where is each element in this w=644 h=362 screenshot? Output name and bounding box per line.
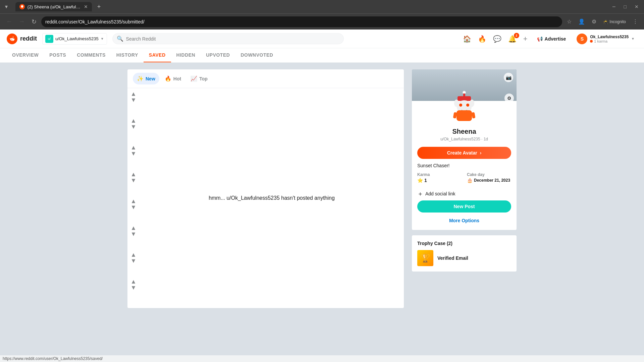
incognito-icon: 🥷 <box>603 19 608 24</box>
chat-btn[interactable]: 💬 <box>492 34 503 44</box>
tab-overview[interactable]: OVERVIEW <box>7 48 44 62</box>
reddit-logo[interactable]: reddit <box>7 34 37 44</box>
tab-comments[interactable]: COMMENTS <box>71 48 111 62</box>
bookmark-btn[interactable]: ☆ <box>565 17 574 26</box>
trophy-icon: 🏆 <box>417 250 433 266</box>
upvote-8[interactable]: ▲ <box>130 279 137 285</box>
more-options-label: More Options <box>449 218 479 223</box>
home-btn[interactable]: 🏠 <box>462 34 473 44</box>
account-switcher[interactable]: u/ u/Ok_Lawfulness5235 ▼ <box>42 33 107 45</box>
back-btn[interactable]: ← <box>4 17 14 26</box>
reddit-header: reddit u/ u/Ok_Lawfulness5235 ▼ 🔍 🏠 🔥 💬 … <box>0 29 644 48</box>
profile-display-name: Sheena <box>417 128 511 135</box>
tab-title: (2) Sheena (u/Ok_Lawfulness52... <box>28 4 81 9</box>
main-container: ✨ New 🔥 Hot 📈 Top ▲ <box>121 63 523 308</box>
maximize-btn[interactable]: □ <box>621 3 629 11</box>
incognito-btn[interactable]: 🥷 Incognito <box>601 18 628 25</box>
edit-banner-btn[interactable]: 📷 <box>504 73 513 82</box>
refresh-btn[interactable]: ↻ <box>30 17 39 27</box>
upvote-6[interactable]: ▲ <box>130 225 137 231</box>
vote-pair-8: ▲ ▼ <box>129 279 138 291</box>
create-avatar-label: Create Avatar <box>447 150 477 156</box>
minimize-btn[interactable]: − <box>609 2 619 12</box>
megaphone-icon: 📢 <box>537 36 543 42</box>
forward-btn[interactable]: → <box>17 17 27 26</box>
upvote-1[interactable]: ▲ <box>130 91 137 97</box>
cake-icon: 🎂 <box>467 178 473 183</box>
search-bar[interactable]: 🔍 <box>112 33 344 44</box>
username-label: Ok_Lawfulness5235 <box>590 35 629 39</box>
trophy-case-title: Trophy Case (2) <box>417 241 511 246</box>
menu-btn[interactable]: ⋮ <box>631 17 640 26</box>
page-content: reddit u/ u/Ok_Lawfulness5235 ▼ 🔍 🏠 🔥 💬 … <box>0 29 644 362</box>
downvote-4[interactable]: ▼ <box>130 177 137 183</box>
close-btn[interactable]: ✕ <box>632 3 641 11</box>
tab-saved[interactable]: SAVED <box>144 48 171 62</box>
profile-card: 📷 <box>412 69 517 230</box>
top-icon: 📈 <box>191 75 197 82</box>
upvote-4[interactable]: ▲ <box>130 171 137 177</box>
filter-hot-btn[interactable]: 🔥 Hot <box>161 73 185 84</box>
add-social-btn[interactable]: ＋ Add social link <box>417 187 511 200</box>
user-dropdown-icon: ▼ <box>631 37 635 41</box>
tab-hidden[interactable]: HIDDEN <box>171 48 201 62</box>
downvote-8[interactable]: ▼ <box>130 285 137 291</box>
filter-top-btn[interactable]: 📈 Top <box>186 73 212 84</box>
advertise-label: Advertise <box>545 36 566 42</box>
downvote-5[interactable]: ▼ <box>130 204 137 210</box>
user-avatar: S <box>577 34 587 44</box>
status-bar: https://www.reddit.com/user/Ok_Lawfulnes… <box>0 355 644 362</box>
vote-pair-6: ▲ ▼ <box>129 225 138 237</box>
user-name-info: Ok_Lawfulness5235 1 karma <box>590 35 629 43</box>
browser-tab[interactable]: (2) Sheena (u/Ok_Lawfulness52... ✕ <box>15 2 92 11</box>
upvote-2[interactable]: ▲ <box>130 118 137 124</box>
vote-pair-7: ▲ ▼ <box>129 252 138 264</box>
tab-upvoted[interactable]: UPVOTED <box>201 48 235 62</box>
karma-label: 1 karma <box>590 39 629 43</box>
hot-icon: 🔥 <box>165 75 171 82</box>
karma-stat: Karma ⭐ 1 <box>417 172 462 183</box>
user-profile-btn[interactable]: S Ok_Lawfulness5235 1 karma ▼ <box>574 32 637 46</box>
profile-settings-btn[interactable]: ⚙ <box>504 94 514 103</box>
posts-body: ▲ ▼ ▲ ▼ ▲ ▼ ▲ ▼ <box>127 88 404 308</box>
filter-new-btn[interactable]: ✨ New <box>133 73 159 84</box>
tab-list-btn[interactable]: ▼ <box>3 3 10 10</box>
add-social-label: Add social link <box>425 191 455 196</box>
karma-stat-label: Karma <box>417 172 462 177</box>
reddit-logo-text: reddit <box>20 35 37 42</box>
search-input[interactable] <box>126 36 339 42</box>
trophy-item: 🏆 Verified Email <box>417 250 511 266</box>
tab-history[interactable]: HISTORY <box>111 48 144 62</box>
tab-downvoted[interactable]: DOWNVOTED <box>235 48 278 62</box>
more-options-btn[interactable]: More Options <box>417 215 511 226</box>
new-tab-btn[interactable]: + <box>95 2 104 12</box>
advertise-btn[interactable]: 📢 Advertise <box>533 34 570 44</box>
upvote-7[interactable]: ▲ <box>130 252 137 258</box>
notifications-btn[interactable]: 🔔 2 <box>507 34 518 44</box>
avatar-area: ⚙ <box>412 91 517 124</box>
popular-btn[interactable]: 🔥 <box>477 34 488 44</box>
downvote-7[interactable]: ▼ <box>130 258 137 264</box>
account-label: u/Ok_Lawfulness5235 <box>55 36 99 41</box>
downvote-2[interactable]: ▼ <box>130 124 137 130</box>
tab-posts[interactable]: POSTS <box>44 48 71 62</box>
address-bar[interactable] <box>41 16 562 27</box>
add-btn[interactable]: + <box>522 33 529 45</box>
create-avatar-btn[interactable]: Create Avatar › <box>417 147 511 159</box>
profile-btn[interactable]: 👤 <box>576 17 587 26</box>
tab-favicon <box>19 4 25 9</box>
reddit-logo-icon <box>7 34 17 44</box>
upvote-5[interactable]: ▲ <box>130 198 137 204</box>
profile-card-body: Sheena u/Ok_Lawfulness5235 · 1d Create A… <box>412 124 517 230</box>
downvote-1[interactable]: ▼ <box>130 97 137 103</box>
new-post-btn[interactable]: New Post <box>417 200 511 213</box>
tab-close-btn[interactable]: ✕ <box>84 4 88 9</box>
extensions-btn[interactable]: ⚙ <box>590 17 598 26</box>
downvote-6[interactable]: ▼ <box>130 231 137 237</box>
browser-frame: ▼ (2) Sheena (u/Ok_Lawfulness52... ✕ + −… <box>0 0 644 29</box>
cakeday-stat-value: 🎂 December 21, 2023 <box>467 178 511 183</box>
upvote-3[interactable]: ▲ <box>130 144 137 150</box>
vote-pair-5: ▲ ▼ <box>129 198 138 210</box>
downvote-3[interactable]: ▼ <box>130 150 137 157</box>
posts-section: ✨ New 🔥 Hot 📈 Top ▲ <box>127 69 404 308</box>
